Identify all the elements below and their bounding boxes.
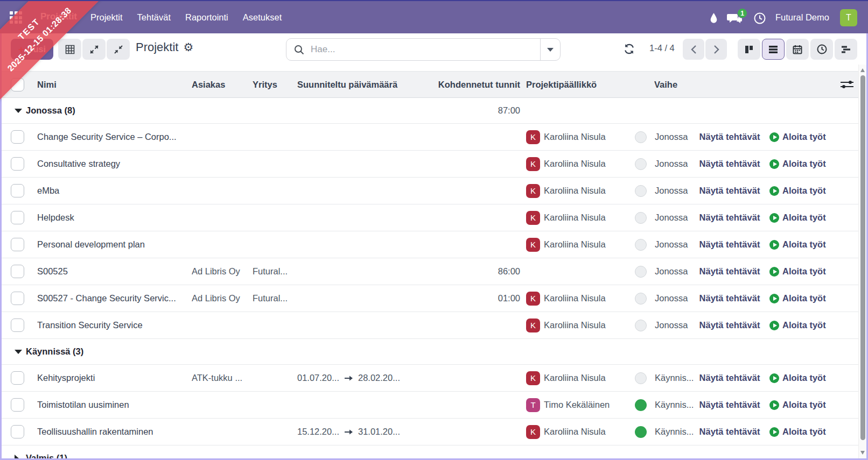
group-row[interactable]: Jonossa (8)87:00	[0, 98, 858, 124]
nav-menu-raportointi[interactable]: Raportointi	[185, 12, 228, 23]
user-menu[interactable]: Futural Demo	[775, 12, 829, 23]
project-row[interactable]: S00525Ad Libris OyFutural...86:00Jonossa…	[0, 258, 858, 285]
scrollbar-thumb[interactable]	[860, 75, 865, 440]
column-header-projektipaallikko[interactable]: Projektipäällikkö	[526, 72, 623, 97]
row-checkbox[interactable]	[11, 238, 24, 251]
app-brand[interactable]: Projektit	[40, 11, 77, 22]
stage-status-circle[interactable]	[635, 212, 647, 224]
row-checkbox[interactable]	[11, 371, 24, 385]
scroll-up-arrow[interactable]	[860, 68, 865, 72]
start-work-button[interactable]: Aloita työt	[782, 266, 826, 277]
view-switch-activity[interactable]	[810, 39, 833, 60]
expand-groups-button[interactable]	[82, 39, 106, 60]
column-header-asiakas[interactable]: Asiakas	[192, 72, 250, 97]
project-row[interactable]: KehitysprojektiATK-tukku ...01.07.20...2…	[0, 365, 858, 392]
select-all-checkbox[interactable]	[11, 78, 24, 91]
view-switch-kanban[interactable]	[738, 39, 760, 60]
show-tasks-button[interactable]: Näytä tehtävät	[699, 400, 760, 410]
show-tasks-button[interactable]: Näytä tehtävät	[699, 213, 760, 223]
column-header-vaihe[interactable]: Vaihe	[654, 72, 697, 97]
stage-status-circle[interactable]	[635, 185, 647, 197]
group-row[interactable]: Käynnissä (3)	[0, 339, 858, 365]
collapse-groups-button[interactable]	[107, 39, 130, 60]
start-work-button[interactable]: Aloita työt	[782, 427, 826, 437]
show-tasks-button[interactable]: Näytä tehtävät	[699, 320, 760, 330]
page-title: Projektit	[136, 40, 178, 54]
column-header-tunnit[interactable]: Kohdennetut tunnit	[425, 72, 520, 97]
start-work-button[interactable]: Aloita työt	[782, 239, 826, 250]
new-button[interactable]: +Uusi	[11, 39, 53, 60]
project-row[interactable]: HelpdeskKKaroliina NisulaJonossaNäytä te…	[0, 204, 858, 231]
stage-status-circle[interactable]	[635, 399, 647, 411]
apps-grid-icon[interactable]	[10, 11, 22, 24]
row-checkbox[interactable]	[11, 157, 24, 171]
gear-icon[interactable]: ⚙︎	[183, 41, 193, 54]
nav-menu-tehtävät[interactable]: Tehtävät	[137, 12, 171, 23]
project-row[interactable]: Toimistotilan uusiminenTTimo KekäläinenK…	[0, 392, 858, 419]
nav-menu-projektit[interactable]: Projektit	[90, 12, 123, 23]
row-checkbox[interactable]	[11, 398, 24, 412]
manager-name: Karoliina Nisula	[544, 293, 606, 303]
search-input[interactable]	[311, 44, 540, 55]
start-work-button[interactable]: Aloita työt	[782, 320, 826, 330]
show-tasks-button[interactable]: Näytä tehtävät	[699, 186, 760, 196]
start-work-button[interactable]: Aloita työt	[782, 186, 826, 196]
project-row[interactable]: Transition Security ServiceKKaroliina Ni…	[0, 312, 858, 339]
stage-status-circle[interactable]	[635, 239, 647, 251]
project-row[interactable]: Consultative strategyKKaroliina NisulaJo…	[0, 151, 858, 178]
column-header-nimi[interactable]: Nimi	[37, 72, 188, 97]
column-header-yritys[interactable]: Yritys	[253, 72, 296, 97]
view-switch-list[interactable]	[762, 39, 785, 60]
grid-view-button[interactable]	[58, 39, 81, 60]
column-header-paivamaara[interactable]: Suunniteltu päivämäärä	[297, 72, 410, 97]
nav-menu-asetukset[interactable]: Asetukset	[243, 12, 282, 23]
show-tasks-button[interactable]: Näytä tehtävät	[699, 266, 760, 277]
optional-columns-icon[interactable]	[840, 72, 854, 97]
start-work-button[interactable]: Aloita työt	[782, 132, 826, 142]
stage-label: Jonossa	[655, 124, 697, 150]
refresh-icon[interactable]	[624, 44, 635, 54]
start-work-button[interactable]: Aloita työt	[782, 213, 826, 223]
show-tasks-button[interactable]: Näytä tehtävät	[699, 239, 760, 250]
group-row[interactable]: Valmis (1)	[0, 445, 858, 458]
row-checkbox[interactable]	[11, 292, 24, 305]
show-tasks-button[interactable]: Näytä tehtävät	[699, 293, 760, 303]
project-row[interactable]: Change Security Service – Corpo...KKarol…	[0, 124, 858, 151]
project-row[interactable]: Teollisuushallin rakentaminen15.12.20...…	[0, 419, 858, 445]
row-checkbox[interactable]	[11, 211, 24, 224]
stage-status-circle[interactable]	[635, 131, 647, 143]
stage-status-circle[interactable]	[635, 266, 647, 278]
row-checkbox[interactable]	[11, 425, 24, 438]
project-row[interactable]: S00527 - Change Security Servic...Ad Lib…	[0, 285, 858, 312]
start-work-button[interactable]: Aloita työt	[782, 373, 826, 383]
row-checkbox[interactable]	[11, 184, 24, 197]
search-dropdown-toggle[interactable]	[541, 39, 560, 60]
stage-status-circle[interactable]	[635, 426, 647, 438]
droplet-icon[interactable]	[710, 12, 718, 24]
pager-previous-button[interactable]	[683, 39, 704, 60]
start-work-button[interactable]: Aloita työt	[782, 400, 826, 410]
pager-next-button[interactable]	[705, 39, 727, 60]
project-row[interactable]: Personal development planKKaroliina Nisu…	[0, 231, 858, 258]
user-avatar[interactable]: T	[840, 9, 857, 26]
stage-status-circle[interactable]	[635, 293, 647, 305]
view-switch-calendar[interactable]	[786, 39, 809, 60]
start-work-button[interactable]: Aloita työt	[782, 159, 826, 169]
row-checkbox[interactable]	[11, 130, 24, 144]
start-work-button[interactable]: Aloita työt	[782, 293, 826, 303]
vertical-scrollbar[interactable]	[858, 65, 866, 458]
show-tasks-button[interactable]: Näytä tehtävät	[699, 159, 760, 169]
row-checkbox[interactable]	[11, 265, 24, 278]
activity-clock-icon[interactable]	[754, 12, 766, 24]
show-tasks-button[interactable]: Näytä tehtävät	[699, 132, 760, 142]
view-switch-gantt[interactable]	[835, 39, 857, 60]
stage-status-circle[interactable]	[635, 158, 647, 170]
stage-status-circle[interactable]	[635, 372, 647, 384]
stage-status-circle[interactable]	[635, 320, 647, 331]
project-row[interactable]: eMbaKKaroliina NisulaJonossaNäytä tehtäv…	[0, 178, 858, 204]
scroll-down-arrow[interactable]	[860, 451, 865, 455]
date-arrow-icon	[344, 429, 353, 435]
show-tasks-button[interactable]: Näytä tehtävät	[699, 373, 760, 383]
row-checkbox[interactable]	[11, 319, 24, 332]
show-tasks-button[interactable]: Näytä tehtävät	[699, 427, 760, 437]
